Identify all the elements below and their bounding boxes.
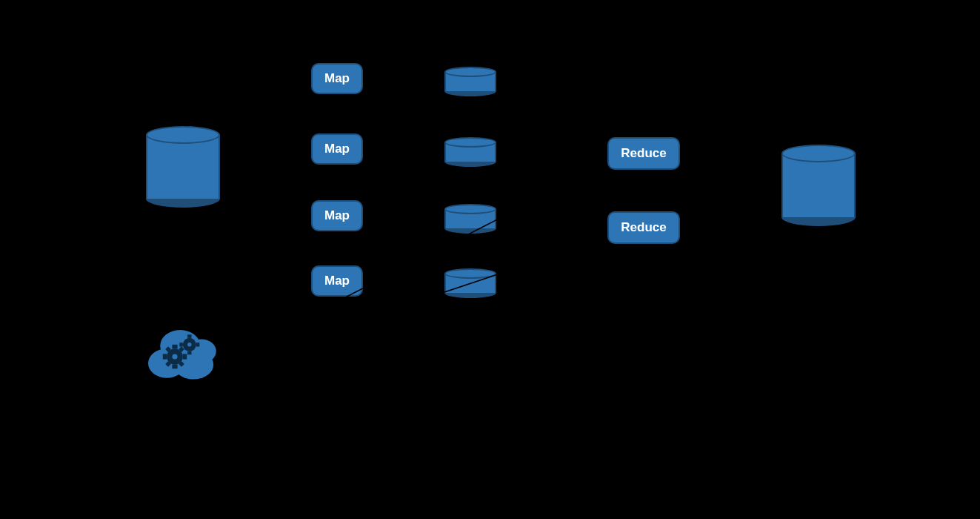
svg-line-26: [222, 222, 307, 348]
svg-line-30: [364, 216, 441, 219]
svg-line-21: [222, 149, 307, 159]
svg-line-22: [222, 174, 307, 216]
connector-lines: [0, 0, 980, 519]
svg-line-24: [222, 89, 307, 337]
svg-line-38: [498, 167, 604, 280]
svg-line-25: [222, 157, 307, 343]
svg-line-37: [498, 221, 604, 230]
svg-line-34: [498, 152, 604, 153]
svg-line-28: [364, 79, 441, 82]
svg-line-39: [498, 236, 604, 285]
svg-line-29: [364, 149, 441, 152]
svg-line-27: [222, 287, 307, 354]
diagram-canvas: { "colors":{"node_fill":"#2e75b6","node_…: [0, 0, 980, 519]
svg-line-40: [681, 153, 778, 178]
svg-line-20: [222, 80, 307, 148]
svg-line-43: [222, 239, 604, 366]
svg-line-33: [498, 87, 604, 222]
svg-line-32: [498, 82, 604, 148]
svg-line-41: [681, 193, 778, 228]
svg-line-23: [222, 189, 307, 280]
